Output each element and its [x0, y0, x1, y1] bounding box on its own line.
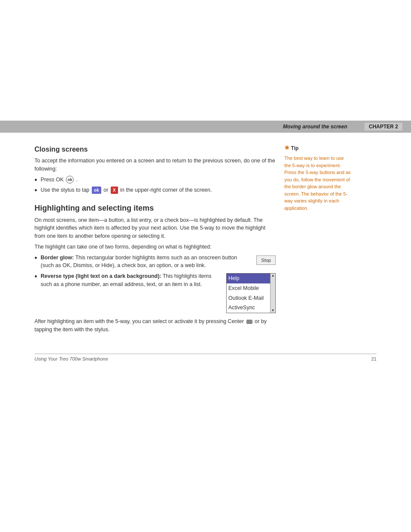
ok-button-blue: ok	[92, 187, 101, 194]
page-footer: Using Your Treo 700w Smartphone 21	[34, 354, 377, 361]
tip-header: ✳ Tip	[284, 143, 351, 152]
closing-screens-title: Closing screens	[34, 146, 276, 153]
reverse-type-text: Reverse type (light text on a dark backg…	[40, 272, 220, 289]
bullet-dot: •	[34, 187, 37, 194]
header-chapter-label: CHAPTER 2	[364, 123, 402, 131]
x-button-red: X	[111, 187, 118, 194]
list-item: • Border glow: This rectangular border h…	[34, 254, 276, 270]
list-item: • Press OK ok .	[34, 176, 276, 184]
list-scrollbar: ▲ ▼	[270, 274, 275, 313]
chapter-header-bar: Moving around the screen CHAPTER 2	[0, 121, 411, 133]
highlighting-section: Highlighting and selecting items On most…	[34, 204, 276, 334]
press-ok-text: Press OK ok .	[40, 176, 78, 184]
highlighting-intro: On most screens, one item—a button, a li…	[34, 216, 276, 240]
footer-book-title: Using Your Treo 700w Smartphone	[34, 356, 108, 361]
closing-screens-bullets: • Press OK ok . • Use the stylus to tap …	[34, 176, 276, 194]
tip-sidebar: ✳ Tip The best way to learn to use the 5…	[284, 141, 351, 336]
stop-button-illustration: Stop	[256, 254, 276, 265]
highlighting-final-para: After highlighting an item with the 5-wa…	[34, 317, 276, 334]
list-row-activesync: ActiveSync	[227, 303, 270, 313]
footer-page-number: 21	[371, 356, 377, 361]
border-glow-text: Border glow: This rectangular border hig…	[40, 254, 250, 270]
tip-label: Tip	[291, 145, 299, 151]
list-row-excel: Excel Mobile	[227, 283, 270, 293]
ok-circle-icon: ok	[66, 176, 74, 184]
header-section-title: Moving around the screen	[178, 124, 364, 130]
highlighting-second-para: The highlight can take one of two forms,…	[34, 243, 276, 251]
tip-star-icon: ✳	[284, 144, 290, 151]
scroll-down-arrow: ▼	[271, 309, 275, 312]
list-row-help: Help	[227, 274, 270, 283]
list-example-box: Help Excel Mobile Outlook E-Mail	[226, 273, 276, 313]
main-content: Closing screens To accept the informatio…	[34, 141, 276, 336]
tip-text: The best way to learn to use the 5-way i…	[284, 155, 351, 212]
list-illustration: Help Excel Mobile Outlook E-Mail	[226, 272, 276, 313]
highlighting-bullets: • Border glow: This rectangular border h…	[34, 254, 276, 314]
list-item: • Reverse type (light text on a dark bac…	[34, 272, 276, 313]
content-wrapper: Closing screens To accept the informatio…	[0, 133, 411, 345]
center-button-icon	[246, 320, 252, 324]
stop-button: Stop	[256, 255, 276, 265]
border-glow-label: Border glow:	[40, 255, 74, 261]
list-item: • Use the stylus to tap ok or X in the u…	[34, 186, 276, 194]
bullet-dot: •	[34, 254, 37, 262]
reverse-type-content: Reverse type (light text on a dark backg…	[40, 272, 276, 313]
bullet-dot: •	[34, 273, 37, 280]
tip-section: ✳ Tip The best way to learn to use the 5…	[284, 143, 351, 212]
closing-screens-intro: To accept the information you entered on…	[34, 157, 276, 173]
closing-screens-section: Closing screens To accept the informatio…	[34, 146, 276, 194]
bullet-dot: •	[34, 176, 37, 184]
highlighting-title: Highlighting and selecting items	[34, 204, 276, 213]
scroll-up-arrow: ▲	[271, 274, 275, 277]
list-row-outlook: Outlook E-Mail	[227, 293, 270, 303]
border-glow-content: Border glow: This rectangular border hig…	[40, 254, 276, 270]
reverse-type-label: Reverse type (light text on a dark backg…	[40, 273, 161, 279]
tap-ok-x-text: Use the stylus to tap ok or X in the upp…	[40, 186, 212, 194]
list-rows: Help Excel Mobile Outlook E-Mail	[227, 274, 270, 313]
